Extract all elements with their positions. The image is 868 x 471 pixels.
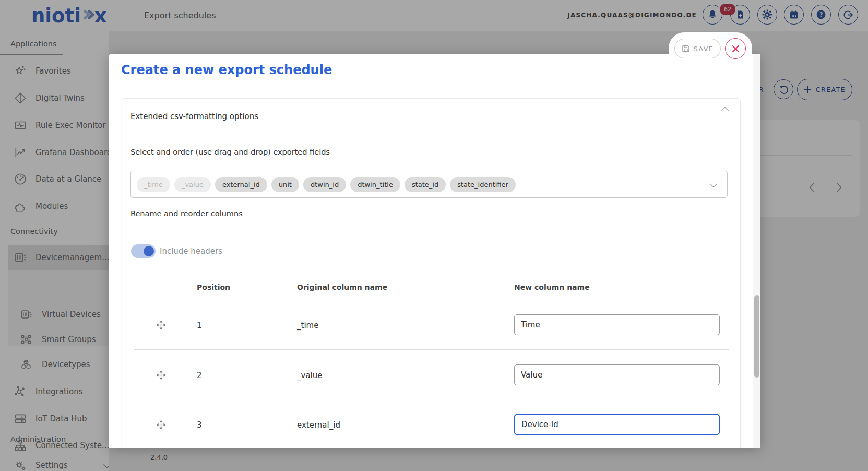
new-column-name-input[interactable] xyxy=(514,314,720,335)
field-chip[interactable]: _time xyxy=(137,177,170,192)
field-chip[interactable]: _value xyxy=(174,177,211,192)
niotix-app: niotix Export schedules JASCHA.QUAAS@DIG… xyxy=(0,0,868,471)
modal-action-tab: SAVE xyxy=(669,32,752,66)
table-header-divider xyxy=(134,300,729,300)
col-header-position: Position xyxy=(197,283,230,291)
drag-handle-icon[interactable] xyxy=(157,371,165,380)
row-position: 1 xyxy=(197,321,202,330)
col-header-original: Original column name xyxy=(297,283,387,291)
row-original-name: _value xyxy=(297,371,322,380)
row-position: 3 xyxy=(197,420,202,430)
field-chip[interactable]: state_id xyxy=(405,177,446,192)
col-header-new: New column name xyxy=(514,283,590,291)
field-chip[interactable]: dtwin_id xyxy=(303,177,346,192)
rename-columns-label: Rename and reorder columns xyxy=(130,209,243,218)
include-headers-toggle[interactable] xyxy=(131,244,156,258)
modal-title: Create a new export schedule xyxy=(121,63,332,77)
close-button[interactable] xyxy=(725,38,746,59)
toggle-knob xyxy=(144,246,154,256)
field-chip[interactable]: external_id xyxy=(215,177,267,192)
collapse-section-icon[interactable] xyxy=(721,107,729,114)
modal-scrollbar-track[interactable] xyxy=(753,54,760,448)
include-headers-label: Include headers xyxy=(160,246,222,256)
save-button[interactable]: SAVE xyxy=(674,39,721,58)
close-icon xyxy=(731,44,740,53)
row-position: 2 xyxy=(197,371,202,380)
csv-options-title: Extended csv-formatting options xyxy=(130,112,258,121)
field-chip[interactable]: state_identifier xyxy=(450,177,516,192)
field-chip[interactable]: unit xyxy=(271,177,299,192)
row-original-name: _time xyxy=(297,321,318,330)
exported-fields-select[interactable]: _time _value external_id unit dtwin_id d… xyxy=(130,171,728,198)
select-fields-label: Select and order (use drag and drop) exp… xyxy=(130,148,330,156)
row-original-name: external_id xyxy=(297,420,340,430)
modal-scrollbar-thumb[interactable] xyxy=(754,295,759,378)
csv-options-card: Extended csv-formatting options Select a… xyxy=(122,98,741,448)
floppy-save-icon xyxy=(682,44,690,53)
table-row-divider xyxy=(134,349,729,350)
save-button-label: SAVE xyxy=(694,45,714,53)
new-column-name-input[interactable] xyxy=(514,364,720,385)
drag-handle-icon[interactable] xyxy=(157,420,165,429)
table-row-divider xyxy=(134,399,729,399)
create-export-schedule-modal: Create a new export schedule Extended cs… xyxy=(109,54,760,448)
field-chip[interactable]: dtwin_title xyxy=(350,177,400,192)
drag-handle-icon[interactable] xyxy=(157,321,165,329)
new-column-name-input[interactable] xyxy=(514,414,720,435)
